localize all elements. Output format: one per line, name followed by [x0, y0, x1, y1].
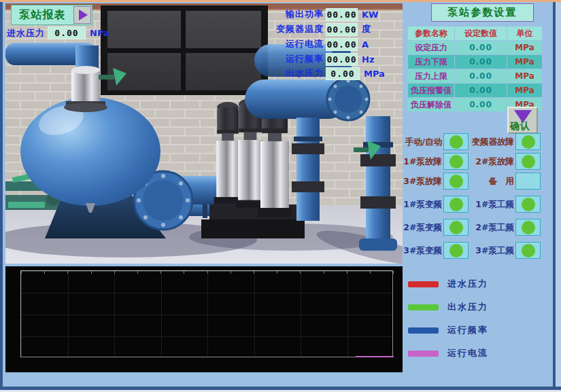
lamp-dot [522, 221, 535, 234]
frame-right [553, 2, 556, 390]
param-unit: MPa [507, 55, 542, 69]
lamp-dot [449, 135, 463, 149]
status-lamp [443, 242, 469, 259]
metric-value: 00.00 [326, 53, 358, 66]
legend-label: 出水压力 [447, 301, 488, 313]
play-icon [79, 10, 88, 20]
status-label: 变频器故障 [472, 133, 515, 150]
column-header: 设定数值 [455, 26, 507, 40]
status-row: 手动/自动 变频器故障 [407, 133, 556, 150]
current-trace-segment [356, 356, 394, 357]
legend-item: 运行电流 [408, 348, 554, 359]
lamp-dot [449, 175, 463, 188]
report-button-label: 泵站报表 [12, 8, 73, 22]
status-label: 1#泵变频 [403, 196, 442, 213]
report-button[interactable]: 泵站报表 [11, 5, 92, 25]
inlet-pressure-field: 进水压力 0.00 NPa [7, 26, 109, 39]
pump-unit-1 [214, 102, 241, 204]
outlet-pressure-unit: MPa [364, 69, 385, 79]
column-header: 参数名称 [408, 26, 454, 40]
param-name: 压力下限 [408, 55, 454, 69]
trend-plot-area [20, 270, 393, 357]
pressure-tank [20, 97, 160, 206]
metric-unit: 度 [362, 23, 371, 35]
riser-pipe-1 [292, 118, 324, 221]
status-label: 手动/自动 [405, 133, 442, 150]
outlet-pressure-label: 出水压力 [239, 67, 324, 79]
status-row: 1#泵故障 2#泵故障 [407, 153, 556, 170]
lamp-dot [522, 135, 535, 149]
status-lamp [443, 196, 469, 213]
parameter-table: 参数名称 设定数值 单位 设定压力 0.00 MPa 压力下限 0.00 MPa… [408, 26, 542, 111]
status-lamp [515, 153, 541, 170]
param-value-input[interactable]: 0.00 [455, 98, 507, 111]
status-lamp [443, 133, 469, 150]
status-lamp [515, 173, 541, 190]
column-header: 单位 [507, 26, 542, 40]
param-unit: MPa [507, 41, 542, 54]
status-label: 2#泵变频 [403, 219, 442, 236]
legend-label: 运行频率 [447, 324, 488, 336]
status-row: 2#泵变频 2#泵工频 [407, 219, 556, 236]
legend-swatch [408, 304, 439, 310]
param-value-input[interactable]: 0.00 [455, 69, 507, 83]
param-unit: MPa [507, 69, 542, 83]
status-lamp [515, 133, 541, 150]
outlet-pressure-value: 0.00 [326, 67, 360, 80]
status-lamp [515, 196, 541, 213]
metric-row: 运行电流 00.00 A [239, 37, 396, 51]
param-name: 负压解除值 [408, 98, 454, 111]
lamp-dot [522, 244, 535, 257]
param-value-input[interactable]: 0.00 [455, 55, 507, 69]
param-value-input[interactable]: 0.00 [455, 84, 507, 97]
metric-unit: KW [362, 10, 378, 20]
frame-left [0, 2, 3, 390]
legend-swatch [408, 327, 439, 334]
param-unit: MPa [507, 84, 542, 97]
metric-row: 输出功率 00.00 KW [239, 7, 396, 21]
legend-item: 运行频率 [408, 325, 554, 336]
status-label: 1#泵故障 [403, 153, 442, 170]
legend-swatch [408, 351, 439, 357]
status-lamp [443, 219, 469, 236]
status-indicator-grid: 手动/自动 变频器故障 1#泵故障 2#泵故障 3#泵故障 备 用 1#泵变频 … [407, 133, 556, 262]
lamp-dot [522, 155, 535, 168]
metric-label: 变频器温度 [239, 23, 324, 35]
metric-label: 运行电流 [239, 38, 324, 50]
status-lamp [515, 242, 541, 259]
status-lamp [515, 219, 541, 236]
hmi-screen: 泵站报表 进水压力 0.00 NPa 输出功率 00.00 KW 变频器温度 0… [0, 0, 561, 392]
metric-unit: Hz [362, 54, 374, 65]
inlet-pressure-label: 进水压力 [7, 27, 45, 39]
legend-item: 进水压力 [408, 279, 554, 289]
lamp-dot [449, 221, 463, 234]
param-value-input[interactable]: 0.00 [455, 41, 507, 54]
metric-row: 变频器温度 00.00 度 [239, 22, 396, 36]
status-row: 3#泵故障 备 用 [407, 173, 556, 190]
status-lamp [443, 173, 469, 190]
status-lamp [443, 153, 469, 170]
legend-item: 出水压力 [408, 302, 554, 313]
param-name: 压力上限 [408, 69, 454, 83]
confirm-button-label: 确认 [510, 120, 530, 132]
confirm-button[interactable]: 确认 [507, 107, 538, 134]
status-label: 1#泵工频 [475, 196, 514, 213]
axis-ticks [21, 271, 394, 274]
report-open-button[interactable] [73, 6, 91, 24]
lamp-dot [449, 155, 463, 168]
status-label: 3#泵变频 [403, 242, 442, 259]
param-name: 负压报警值 [408, 84, 454, 97]
trend-chart [5, 266, 403, 372]
status-label: 3#泵故障 [403, 173, 442, 190]
legend-swatch [408, 281, 439, 287]
status-row: 3#泵变频 3#泵工频 [407, 242, 556, 259]
outlet-pressure-field: 出水压力 0.00 MPa [239, 67, 396, 80]
frame-right-outer [556, 2, 561, 390]
status-label: 3#泵工频 [475, 242, 514, 259]
pump-base-lower [201, 219, 305, 238]
lamp-dot [449, 244, 463, 257]
metric-value: 00.00 [326, 8, 358, 21]
metric-label: 运行频率 [239, 53, 324, 65]
status-row: 1#泵变频 1#泵工频 [407, 196, 556, 213]
legend-label: 运行电流 [447, 347, 488, 359]
